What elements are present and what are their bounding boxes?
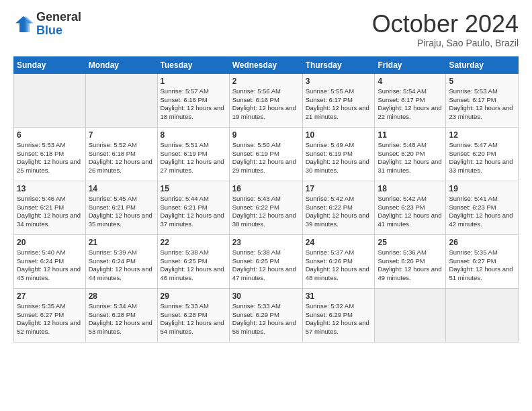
day-number: 7 bbox=[89, 130, 154, 140]
day-number: 24 bbox=[306, 237, 372, 248]
daylight-text: Daylight: 12 hours and 44 minutes. bbox=[89, 265, 154, 283]
calendar-week-5: 27Sunrise: 5:35 AMSunset: 6:27 PMDayligh… bbox=[14, 288, 519, 342]
day-number: 23 bbox=[232, 237, 300, 248]
calendar-cell: 5Sunrise: 5:53 AMSunset: 6:17 PMDaylight… bbox=[446, 73, 519, 127]
daylight-text: Daylight: 12 hours and 23 minutes. bbox=[449, 104, 515, 122]
calendar-cell: 11Sunrise: 5:48 AMSunset: 6:20 PMDayligh… bbox=[375, 127, 446, 181]
sunrise-text: Sunrise: 5:53 AM bbox=[17, 141, 83, 150]
sunrise-text: Sunrise: 5:38 AM bbox=[161, 248, 226, 257]
daylight-text: Daylight: 12 hours and 37 minutes. bbox=[161, 212, 226, 229]
sunrise-text: Sunrise: 5:33 AM bbox=[232, 302, 300, 311]
calendar-header: SundayMondayTuesdayWednesdayThursdayFrid… bbox=[14, 56, 519, 73]
day-number: 21 bbox=[89, 237, 154, 248]
sunset-text: Sunset: 6:24 PM bbox=[17, 257, 83, 266]
sunrise-text: Sunrise: 5:48 AM bbox=[378, 141, 443, 150]
weekday-header-tuesday: Tuesday bbox=[157, 56, 229, 73]
logo-general-text: General bbox=[36, 11, 81, 24]
sunrise-text: Sunrise: 5:39 AM bbox=[89, 248, 154, 257]
weekday-header-friday: Friday bbox=[375, 56, 446, 73]
day-number: 4 bbox=[378, 76, 443, 87]
daylight-text: Daylight: 12 hours and 27 minutes. bbox=[161, 158, 226, 175]
sunrise-text: Sunrise: 5:47 AM bbox=[449, 141, 515, 150]
sunrise-text: Sunrise: 5:32 AM bbox=[306, 302, 372, 311]
calendar-body: 1Sunrise: 5:57 AMSunset: 6:16 PMDaylight… bbox=[14, 73, 519, 342]
weekday-header-thursday: Thursday bbox=[302, 56, 375, 73]
daylight-text: Daylight: 12 hours and 41 minutes. bbox=[378, 212, 443, 229]
sunset-text: Sunset: 6:18 PM bbox=[17, 150, 83, 158]
calendar-cell: 20Sunrise: 5:40 AMSunset: 6:24 PMDayligh… bbox=[14, 234, 86, 288]
sunrise-text: Sunrise: 5:43 AM bbox=[232, 195, 300, 203]
sunset-text: Sunset: 6:29 PM bbox=[306, 311, 372, 320]
sunrise-text: Sunrise: 5:37 AM bbox=[306, 248, 372, 257]
sunset-text: Sunset: 6:19 PM bbox=[232, 150, 300, 158]
calendar-cell: 7Sunrise: 5:52 AMSunset: 6:18 PMDaylight… bbox=[85, 127, 157, 181]
sunrise-text: Sunrise: 5:38 AM bbox=[232, 248, 300, 257]
day-number: 2 bbox=[232, 76, 300, 87]
day-number: 30 bbox=[232, 291, 300, 302]
svg-marker-1 bbox=[26, 16, 34, 32]
sunset-text: Sunset: 6:17 PM bbox=[306, 96, 372, 105]
sunset-text: Sunset: 6:29 PM bbox=[232, 311, 300, 320]
daylight-text: Daylight: 12 hours and 52 minutes. bbox=[17, 319, 83, 336]
daylight-text: Daylight: 12 hours and 26 minutes. bbox=[89, 158, 154, 175]
calendar-cell: 28Sunrise: 5:34 AMSunset: 6:28 PMDayligh… bbox=[85, 288, 157, 342]
sunrise-text: Sunrise: 5:56 AM bbox=[232, 87, 300, 96]
daylight-text: Daylight: 12 hours and 31 minutes. bbox=[378, 158, 443, 175]
day-number: 16 bbox=[232, 183, 300, 194]
day-number: 5 bbox=[449, 76, 515, 87]
sunset-text: Sunset: 6:25 PM bbox=[161, 257, 226, 266]
calendar-cell: 2Sunrise: 5:56 AMSunset: 6:16 PMDaylight… bbox=[229, 73, 302, 127]
daylight-text: Daylight: 12 hours and 30 minutes. bbox=[306, 158, 372, 175]
calendar-cell: 16Sunrise: 5:43 AMSunset: 6:22 PMDayligh… bbox=[229, 181, 302, 234]
sunset-text: Sunset: 6:26 PM bbox=[306, 257, 372, 266]
daylight-text: Daylight: 12 hours and 21 minutes. bbox=[306, 104, 372, 122]
sunrise-text: Sunrise: 5:33 AM bbox=[161, 302, 226, 311]
sunset-text: Sunset: 6:23 PM bbox=[449, 203, 515, 212]
day-number: 8 bbox=[161, 130, 226, 140]
sunset-text: Sunset: 6:27 PM bbox=[449, 257, 515, 266]
calendar-cell: 27Sunrise: 5:35 AMSunset: 6:27 PMDayligh… bbox=[14, 288, 86, 342]
sunrise-text: Sunrise: 5:50 AM bbox=[232, 141, 300, 150]
calendar-cell bbox=[14, 73, 86, 127]
day-number: 13 bbox=[17, 183, 83, 194]
location-subtitle: Piraju, Sao Paulo, Brazil bbox=[372, 38, 519, 48]
day-number: 12 bbox=[449, 130, 515, 140]
weekday-header-saturday: Saturday bbox=[446, 56, 519, 73]
calendar-week-1: 1Sunrise: 5:57 AMSunset: 6:16 PMDaylight… bbox=[14, 73, 519, 127]
header: General Blue October 2024 Piraju, Sao Pa… bbox=[13, 11, 519, 48]
sunset-text: Sunset: 6:20 PM bbox=[378, 150, 443, 158]
daylight-text: Daylight: 12 hours and 42 minutes. bbox=[449, 212, 515, 229]
calendar-cell: 12Sunrise: 5:47 AMSunset: 6:20 PMDayligh… bbox=[446, 127, 519, 181]
day-number: 17 bbox=[306, 183, 372, 194]
calendar-cell bbox=[375, 288, 446, 342]
daylight-text: Daylight: 12 hours and 34 minutes. bbox=[17, 212, 83, 229]
sunrise-text: Sunrise: 5:49 AM bbox=[306, 141, 372, 150]
daylight-text: Daylight: 12 hours and 38 minutes. bbox=[232, 212, 300, 229]
sunset-text: Sunset: 6:28 PM bbox=[89, 311, 154, 320]
sunrise-text: Sunrise: 5:52 AM bbox=[89, 141, 154, 150]
calendar-cell: 24Sunrise: 5:37 AMSunset: 6:26 PMDayligh… bbox=[302, 234, 375, 288]
sunrise-text: Sunrise: 5:35 AM bbox=[449, 248, 515, 257]
sunset-text: Sunset: 6:20 PM bbox=[449, 150, 515, 158]
sunset-text: Sunset: 6:21 PM bbox=[89, 203, 154, 212]
logo: General Blue bbox=[13, 11, 81, 38]
day-number: 26 bbox=[449, 237, 515, 248]
calendar-cell: 30Sunrise: 5:33 AMSunset: 6:29 PMDayligh… bbox=[229, 288, 302, 342]
sunrise-text: Sunrise: 5:57 AM bbox=[161, 87, 226, 96]
calendar-week-3: 13Sunrise: 5:46 AMSunset: 6:21 PMDayligh… bbox=[14, 181, 519, 234]
calendar-table: SundayMondayTuesdayWednesdayThursdayFrid… bbox=[13, 56, 519, 342]
sunset-text: Sunset: 6:22 PM bbox=[232, 203, 300, 212]
weekday-header-wednesday: Wednesday bbox=[229, 56, 302, 73]
calendar-cell: 4Sunrise: 5:54 AMSunset: 6:17 PMDaylight… bbox=[375, 73, 446, 127]
day-number: 22 bbox=[161, 237, 226, 248]
sunset-text: Sunset: 6:19 PM bbox=[306, 150, 372, 158]
daylight-text: Daylight: 12 hours and 56 minutes. bbox=[232, 319, 300, 336]
sunrise-text: Sunrise: 5:44 AM bbox=[161, 195, 226, 203]
calendar-cell: 15Sunrise: 5:44 AMSunset: 6:21 PMDayligh… bbox=[157, 181, 229, 234]
calendar-cell: 17Sunrise: 5:42 AMSunset: 6:22 PMDayligh… bbox=[302, 181, 375, 234]
day-number: 6 bbox=[17, 130, 83, 140]
sunset-text: Sunset: 6:17 PM bbox=[378, 96, 443, 105]
weekday-header-row: SundayMondayTuesdayWednesdayThursdayFrid… bbox=[14, 56, 519, 73]
calendar-cell: 6Sunrise: 5:53 AMSunset: 6:18 PMDaylight… bbox=[14, 127, 86, 181]
sunset-text: Sunset: 6:24 PM bbox=[89, 257, 154, 266]
